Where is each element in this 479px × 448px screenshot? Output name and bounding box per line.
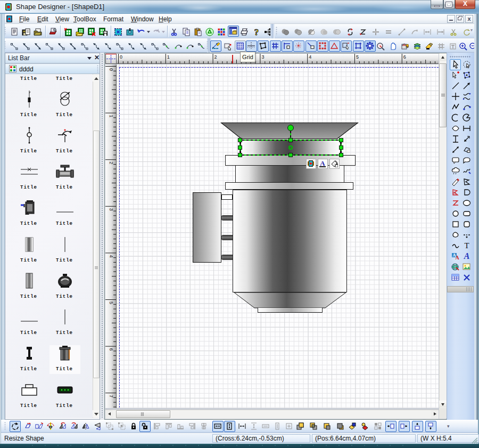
svg-text:2: 2 <box>214 54 217 60</box>
svg-text:A: A <box>464 252 470 260</box>
svg-text:1: 1 <box>109 115 114 118</box>
svg-text:A: A <box>320 160 325 167</box>
svg-text:7: 7 <box>109 395 114 397</box>
svg-text:4: 4 <box>309 54 311 60</box>
svg-text:3: 3 <box>261 54 264 60</box>
svg-text:6: 6 <box>403 54 406 60</box>
svg-text:R: R <box>453 191 456 196</box>
svg-text:5: 5 <box>109 302 114 304</box>
svg-text:1: 1 <box>167 54 170 60</box>
svg-text:0: 0 <box>109 68 114 71</box>
svg-text:2: 2 <box>109 161 114 164</box>
svg-text:6: 6 <box>109 348 114 351</box>
svg-text:0: 0 <box>120 54 122 60</box>
svg-text:5: 5 <box>356 54 359 60</box>
svg-text:4: 4 <box>109 255 114 257</box>
svg-text:3: 3 <box>109 208 114 211</box>
svg-text:?: ? <box>254 28 259 36</box>
svg-text:A: A <box>455 255 459 260</box>
svg-text:T: T <box>464 241 469 250</box>
